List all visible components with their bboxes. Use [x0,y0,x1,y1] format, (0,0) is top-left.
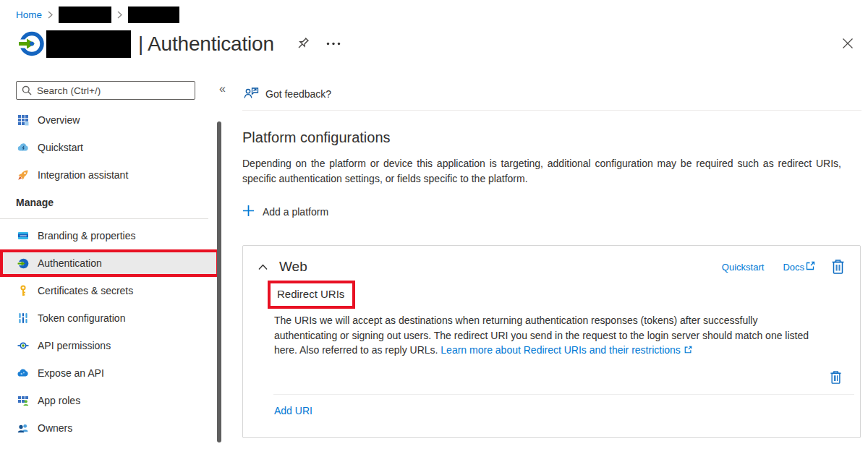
external-link-icon [681,344,692,356]
cloud-icon [17,367,29,379]
close-icon[interactable] [839,35,856,52]
sidebar-item-label: API permissions [38,340,111,351]
add-uri-link[interactable]: Add URI [274,405,312,416]
platform-configurations-description: Depending on the platform or device this… [242,156,841,187]
search-input[interactable] [16,81,195,100]
redirect-uris-heading: Redirect URIs [277,288,344,300]
main-content: Got feedback? Platform configurations De… [242,81,861,438]
sidebar-item-label: Authentication [38,257,102,269]
delete-uri-trash-icon[interactable] [830,370,842,385]
chevron-right-icon [117,11,122,19]
breadcrumb-home-link[interactable]: Home [16,9,42,20]
web-card-header: Web Quickstart Docs [243,246,860,275]
app-roles-icon [17,395,29,406]
sidebar-item-expose-an-api[interactable]: Expose an API [0,359,219,387]
breadcrumb-item-redacted[interactable] [59,7,111,23]
sidebar-item-quickstart[interactable]: Quickstart [0,134,219,161]
sidebar-item-label: App roles [38,395,80,406]
redirect-uri-row [243,366,860,389]
sidebar-item-owners[interactable]: Owners [0,414,219,442]
add-a-platform-button[interactable]: Add a platform [242,205,328,219]
page-header: | Authentication [17,30,344,58]
redirect-uris-description: The URIs we will accept as destinations … [274,313,821,358]
plus-icon [242,205,255,219]
sidebar-item-certificates-secrets[interactable]: Certificates & secrets [0,277,219,304]
sidebar-scrollbar[interactable] [217,121,221,442]
rocket-icon [17,169,29,181]
app-registration-icon [17,30,46,58]
sliders-icon [17,312,29,324]
got-feedback-label: Got feedback? [265,88,331,100]
feedback-icon [244,87,259,101]
sidebar-section-manage: Manage [0,189,219,216]
more-icon[interactable] [323,39,344,48]
docs-link-label: Docs [783,262,804,273]
external-link-icon [806,261,815,273]
sidebar-item-label: Expose an API [38,367,104,379]
sidebar-item-app-roles[interactable]: App roles [0,387,219,414]
sidebar-item-authentication[interactable]: Authentication [0,249,219,277]
sidebar-item-label: Branding & properties [38,230,135,241]
got-feedback-button[interactable]: Got feedback? [244,87,331,101]
api-permissions-icon [17,340,29,351]
delete-platform-trash-icon[interactable] [831,259,845,275]
docs-link[interactable]: Docs [783,261,815,273]
grid-icon [17,114,29,126]
breadcrumb-item-redacted[interactable] [128,7,179,23]
web-card-title: Web [279,259,307,275]
sidebar: « Overview [0,81,219,442]
people-icon [17,422,29,434]
cloud-bolt-icon [17,142,29,153]
sidebar-item-label: Overview [38,114,80,126]
authentication-icon [17,257,29,269]
chevron-right-icon [48,11,53,19]
collapse-sidebar-button[interactable]: « [219,82,226,95]
search-icon [21,85,33,99]
browser-icon: www [17,230,29,241]
sidebar-item-overview[interactable]: Overview [0,106,219,134]
add-a-platform-label: Add a platform [263,206,328,218]
sidebar-item-api-permissions[interactable]: API permissions [0,332,219,359]
platform-configurations-heading: Platform configurations [242,129,861,146]
divider [0,218,208,219]
pin-icon[interactable] [292,33,313,55]
sidebar-item-label: Owners [38,422,72,434]
sidebar-item-label: Integration assistant [38,169,128,181]
key-icon [17,285,29,296]
sidebar-item-branding-properties[interactable]: www Branding & properties [0,222,219,249]
azure-portal-authentication-blade: Home | Authentication [0,0,868,449]
sidebar-nav: Overview Quickstart [0,106,219,442]
sidebar-item-label: Certificates & secrets [38,285,133,296]
web-platform-card: Web Quickstart Docs [242,245,861,438]
page-title: | Authentication [138,33,274,56]
divider [273,394,854,395]
breadcrumb: Home [16,7,179,23]
quickstart-link[interactable]: Quickstart [722,262,765,273]
annotation-box: Redirect URIs [268,281,355,309]
sidebar-item-label: Token configuration [38,312,125,324]
app-name-redacted [46,30,131,58]
sidebar-item-label: Quickstart [38,142,83,153]
svg-text:www: www [20,234,27,237]
sidebar-item-token-configuration[interactable]: Token configuration [0,304,219,332]
learn-more-link[interactable]: Learn more about Redirect URIs and their… [441,344,680,356]
chevron-up-icon[interactable] [257,262,269,272]
sidebar-item-integration-assistant[interactable]: Integration assistant [0,161,219,189]
command-bar: Got feedback? [242,81,861,111]
